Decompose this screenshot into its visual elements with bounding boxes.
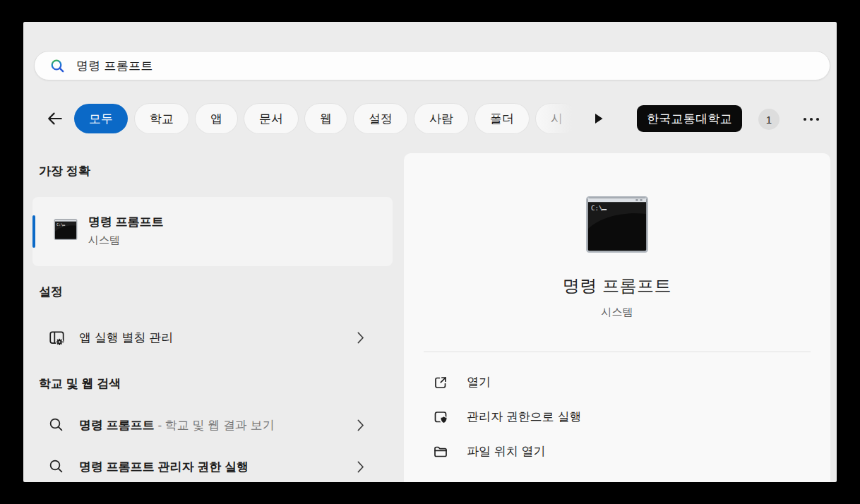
chevron-right-icon <box>357 332 364 344</box>
selection-accent-bar <box>32 215 35 248</box>
settings-item-app-aliases[interactable]: 앱 실행 별칭 관리 <box>32 321 393 355</box>
preview-subtitle: 시스템 <box>602 306 633 319</box>
open-external-icon <box>432 374 449 391</box>
folder-icon <box>432 443 449 460</box>
tab-apps[interactable]: 앱 <box>196 104 237 133</box>
web-search-item-run-admin[interactable]: 명령 프롬프트 관리자 권한 실행 <box>32 450 393 482</box>
organization-badge[interactable]: 한국교통대학교 <box>637 105 742 132</box>
command-prompt-icon-large: C:\ <box>586 196 648 253</box>
search-result-icon <box>48 416 65 433</box>
play-icon <box>593 112 604 125</box>
chevron-right-icon <box>357 461 364 473</box>
preview-divider <box>424 352 811 352</box>
back-arrow-icon <box>45 109 64 128</box>
tab-documents[interactable]: 문서 <box>244 104 298 133</box>
chevron-right-icon <box>357 419 364 431</box>
web-search-item-text: 명령 프롬프트 관리자 권한 실행 <box>79 459 249 475</box>
filter-tabs: 모두 학교 앱 문서 웹 설정 사람 폴더 시 <box>74 102 578 135</box>
filter-tabs-row: 모두 학교 앱 문서 웹 설정 사람 폴더 시 한국교통대학교 1 <box>23 101 837 136</box>
search-result-icon <box>48 458 65 475</box>
action-open-file-location[interactable]: 파일 위치 열기 <box>432 434 830 469</box>
tab-settings[interactable]: 설정 <box>354 104 407 133</box>
preview-title: 명령 프롬프트 <box>563 275 671 297</box>
app-alias-icon <box>48 329 66 347</box>
action-open[interactable]: 열기 <box>432 365 830 400</box>
settings-item-label: 앱 실행 별칭 관리 <box>79 330 173 346</box>
action-label: 관리자 권한으로 실행 <box>467 409 581 425</box>
best-match-heading: 가장 정확 <box>39 163 90 179</box>
search-input[interactable]: 명령 프롬프트 <box>76 58 153 74</box>
action-label: 열기 <box>467 374 491 390</box>
svg-text:C:\: C:\ <box>591 204 603 212</box>
action-label: 파일 위치 열기 <box>467 443 545 460</box>
settings-heading: 설정 <box>39 284 63 300</box>
back-button[interactable] <box>43 108 66 129</box>
admin-shield-icon <box>432 409 449 426</box>
notification-count-badge[interactable]: 1 <box>758 109 780 130</box>
preview-actions: 열기 관리자 권한으로 실행 <box>404 365 830 469</box>
tab-school[interactable]: 학교 <box>135 104 189 133</box>
action-run-as-admin[interactable]: 관리자 권한으로 실행 <box>432 400 830 434</box>
web-search-item-see-results[interactable]: 명령 프롬프트 - 학교 및 웹 결과 보기 <box>32 409 393 443</box>
command-prompt-icon: C:\ <box>54 219 78 240</box>
svg-text:C:\: C:\ <box>56 222 63 227</box>
preview-panel: C:\ 명령 프롬프트 시스템 열기 <box>404 153 830 482</box>
search-icon <box>50 59 65 73</box>
web-search-item-text: 명령 프롬프트 - 학교 및 웹 결과 보기 <box>79 417 275 433</box>
web-search-heading: 학교 및 웹 검색 <box>39 376 121 392</box>
best-match-subtitle: 시스템 <box>88 234 120 247</box>
tab-overflow-clipped[interactable]: 시 <box>536 104 578 133</box>
tab-people[interactable]: 사람 <box>414 104 468 133</box>
tab-web[interactable]: 웹 <box>305 104 347 133</box>
tab-folders[interactable]: 폴더 <box>475 104 529 133</box>
search-bar[interactable]: 명령 프롬프트 <box>34 51 830 80</box>
ellipsis-icon <box>802 116 820 122</box>
windows-search-flyout: 명령 프롬프트 모두 학교 앱 문서 웹 설정 사람 폴더 시 한국교통대학교 … <box>23 22 837 482</box>
best-match-title: 명령 프롬프트 <box>88 214 164 230</box>
more-options-button[interactable] <box>797 109 825 130</box>
tabs-scroll-right-button[interactable] <box>590 109 608 128</box>
tab-all[interactable]: 모두 <box>74 104 128 133</box>
best-match-result[interactable]: C:\ 명령 프롬프트 시스템 <box>32 197 393 266</box>
